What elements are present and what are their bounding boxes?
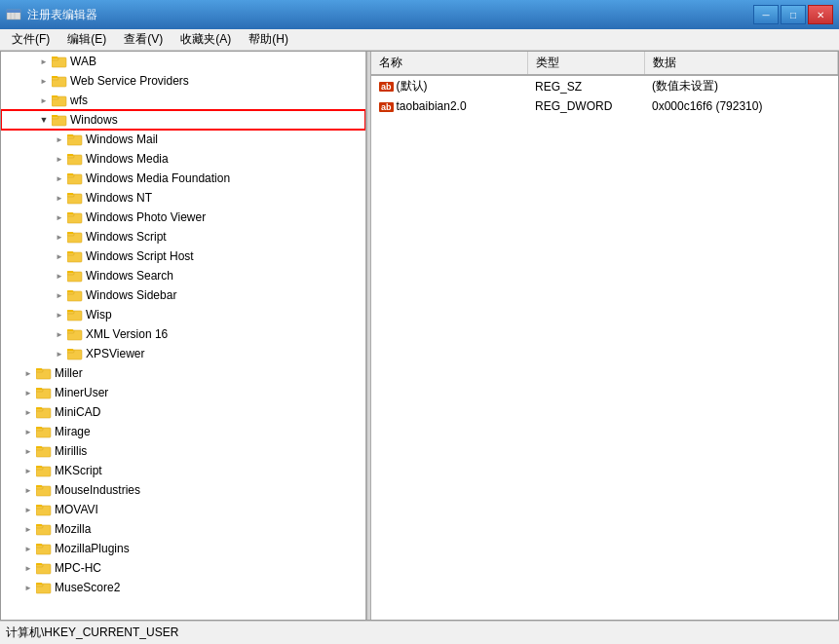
expand-btn-mouseindustries[interactable]: ►: [20, 482, 36, 498]
tree-item-windowsmail[interactable]: ► Windows Mail: [1, 130, 365, 149]
tree-item-mpchc[interactable]: ► MPC-HC: [1, 558, 365, 578]
expand-btn-windowsnt[interactable]: ►: [52, 190, 67, 206]
svg-rect-45: [67, 310, 73, 312]
tree-item-windowsscript[interactable]: ► Windows Script: [1, 227, 365, 246]
expand-btn-mirillis[interactable]: ►: [20, 443, 36, 459]
expand-btn-windowsmail[interactable]: ►: [52, 132, 67, 147]
tree-item-mozillaplugins[interactable]: ► MozillaPlugins: [1, 539, 365, 558]
status-path: 计算机\HKEY_CURRENT_USER: [6, 625, 178, 641]
tree-item-mirillis[interactable]: ► Mirillis: [1, 441, 365, 461]
close-button[interactable]: ✕: [808, 5, 833, 24]
folder-icon-mkscript: [36, 464, 52, 477]
expand-btn-minicad[interactable]: ►: [20, 404, 36, 420]
expand-btn-windowsphotoviewer[interactable]: ►: [52, 209, 67, 225]
folder-icon-wab: [52, 55, 67, 68]
expand-btn-mozilla[interactable]: ►: [20, 521, 36, 537]
folder-icon-xpsviewer: [67, 347, 83, 360]
tree-item-musescore2[interactable]: ► MuseScore2: [1, 578, 365, 597]
maximize-button[interactable]: □: [781, 5, 806, 24]
svg-rect-48: [67, 329, 73, 331]
svg-rect-78: [36, 524, 42, 526]
tree-item-windowssearch[interactable]: ► Windows Search: [1, 266, 365, 285]
tree-label-windowsscripthost: Windows Script Host: [86, 249, 194, 263]
tree-label-mozilla: Mozilla: [55, 522, 91, 536]
expand-btn-xpsviewer[interactable]: ►: [52, 346, 67, 361]
expand-btn-webserviceproviders[interactable]: ►: [36, 73, 52, 89]
tree-item-mkscript[interactable]: ► MKScript: [1, 461, 365, 480]
status-bar: 计算机\HKEY_CURRENT_USER: [0, 621, 839, 644]
menu-item-查看[interactable]: 查看(V): [116, 29, 171, 50]
tree-item-wisp[interactable]: ► Wisp: [1, 305, 365, 324]
app-icon: [6, 7, 21, 22]
expand-btn-windows[interactable]: ▼: [36, 112, 52, 128]
tree-item-webserviceproviders[interactable]: ► Web Service Providers: [1, 71, 365, 91]
tree-item-movavi[interactable]: ► MOVAVI: [1, 500, 365, 519]
expand-btn-miller[interactable]: ►: [20, 365, 36, 381]
folder-icon-windowssearch: [67, 269, 83, 283]
expand-btn-windowsscripthost[interactable]: ►: [52, 248, 67, 264]
svg-rect-81: [36, 544, 42, 546]
folder-icon-mpchc: [36, 561, 52, 575]
expand-btn-musescore2[interactable]: ►: [20, 580, 36, 595]
svg-rect-1: [7, 10, 20, 13]
expand-btn-mkscript[interactable]: ►: [20, 463, 36, 478]
tree-item-mouseindustries[interactable]: ► MouseIndustries: [1, 480, 365, 500]
expand-btn-wab[interactable]: ►: [36, 54, 52, 69]
tree-pane[interactable]: ► WAB► Web Service Providers► wfs▼ Windo…: [1, 52, 366, 620]
folder-icon-mouseindustries: [36, 483, 52, 497]
svg-rect-42: [67, 290, 73, 292]
svg-rect-21: [67, 154, 73, 156]
tree-item-windowssidebar[interactable]: ► Windows Sidebar: [1, 285, 365, 305]
expand-btn-mozillaplugins[interactable]: ►: [20, 541, 36, 556]
expand-btn-windowsscript[interactable]: ►: [52, 229, 67, 245]
col-type: 类型: [527, 52, 644, 75]
window-title: 注册表编辑器: [27, 7, 97, 23]
folder-icon-mirage: [36, 425, 52, 438]
expand-btn-xmlversion16[interactable]: ►: [52, 326, 67, 342]
tree-label-webserviceproviders: Web Service Providers: [70, 74, 189, 88]
menu-item-文件[interactable]: 文件(F): [4, 29, 57, 50]
tree-label-xmlversion16: XML Version 16: [86, 327, 168, 341]
expand-btn-mirage[interactable]: ►: [20, 424, 36, 439]
folder-icon-windows: [52, 113, 67, 127]
menu-item-编辑[interactable]: 编辑(E): [59, 29, 114, 50]
title-bar: 注册表编辑器 ─ □ ✕: [0, 0, 839, 29]
menu-item-收藏夹[interactable]: 收藏夹(A): [172, 29, 239, 50]
expand-btn-movavi[interactable]: ►: [20, 502, 36, 517]
expand-btn-wfs[interactable]: ►: [36, 93, 52, 108]
right-pane: 名称 类型 数据 ab(默认)REG_SZ(数值未设置)abtaobaibian…: [371, 52, 838, 620]
folder-icon-windowsmediafoundation: [67, 171, 83, 185]
folder-icon-mozilla: [36, 522, 52, 536]
tree-item-windowsmedia[interactable]: ► Windows Media: [1, 149, 365, 169]
tree-item-windowsphotoviewer[interactable]: ► Windows Photo Viewer: [1, 208, 365, 227]
registry-row-0[interactable]: ab(默认)REG_SZ(数值未设置): [371, 75, 838, 96]
tree-item-mineruser[interactable]: ► MinerUser: [1, 383, 365, 402]
expand-btn-windowsmediafoundation[interactable]: ►: [52, 170, 67, 186]
tree-item-wab[interactable]: ► WAB: [1, 52, 365, 71]
tree-item-minicad[interactable]: ► MiniCAD: [1, 402, 365, 422]
tree-item-windowsnt[interactable]: ► Windows NT: [1, 188, 365, 208]
registry-table: 名称 类型 数据 ab(默认)REG_SZ(数值未设置)abtaobaibian…: [371, 52, 838, 116]
tree-label-windowsnt: Windows NT: [86, 191, 152, 205]
tree-item-mirage[interactable]: ► Mirage: [1, 422, 365, 441]
expand-btn-mineruser[interactable]: ►: [20, 385, 36, 400]
expand-btn-mpchc[interactable]: ►: [20, 560, 36, 576]
menu-item-帮助[interactable]: 帮助(H): [241, 29, 296, 50]
folder-icon-windowsnt: [67, 191, 83, 205]
expand-btn-windowsmedia[interactable]: ►: [52, 151, 67, 167]
minimize-button[interactable]: ─: [753, 5, 779, 24]
expand-btn-wisp[interactable]: ►: [52, 307, 67, 322]
tree-item-mozilla[interactable]: ► Mozilla: [1, 519, 365, 539]
tree-item-windowsmediafoundation[interactable]: ► Windows Media Foundation: [1, 169, 365, 188]
expand-btn-windowssearch[interactable]: ►: [52, 268, 67, 284]
svg-rect-39: [67, 271, 73, 273]
tree-item-miller[interactable]: ► Miller: [1, 363, 365, 383]
tree-item-xmlversion16[interactable]: ► XML Version 16: [1, 324, 365, 344]
tree-label-mkscript: MKScript: [55, 464, 102, 477]
tree-item-wfs[interactable]: ► wfs: [1, 91, 365, 110]
registry-row-1[interactable]: abtaobaibian2.0REG_DWORD0x000c16f6 (7923…: [371, 96, 838, 116]
expand-btn-windowssidebar[interactable]: ►: [52, 287, 67, 303]
tree-item-xpsviewer[interactable]: ► XPSViewer: [1, 344, 365, 363]
tree-item-windowsscripthost[interactable]: ► Windows Script Host: [1, 246, 365, 266]
tree-item-windows[interactable]: ▼ Windows: [1, 110, 365, 130]
